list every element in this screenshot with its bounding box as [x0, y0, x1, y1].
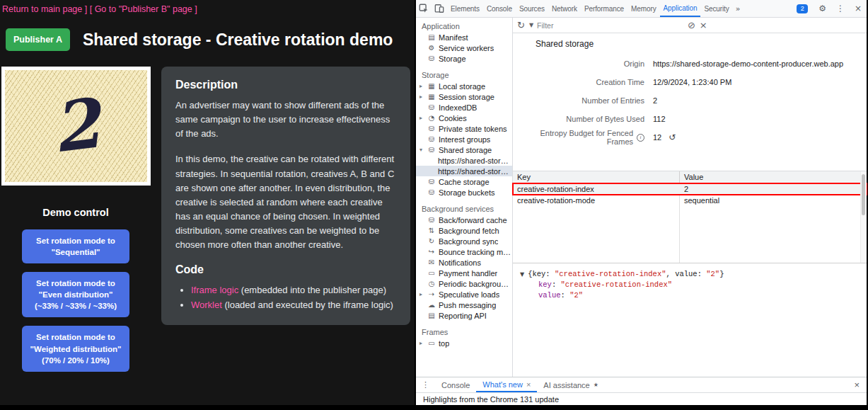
sidebar-item-storage-buckets[interactable]: ⛁Storage buckets: [416, 187, 512, 198]
page-title: Shared storage - Creative rotation demo: [83, 30, 393, 50]
sidebar-item-speculative-loads[interactable]: ▸⇢Speculative loads: [416, 289, 512, 300]
iframe-logic-link[interactable]: Iframe logic: [191, 285, 238, 295]
tab-console[interactable]: Console: [483, 0, 516, 17]
expand-arrow-icon[interactable]: ▸: [419, 83, 427, 89]
publisher-b-link[interactable]: Go to "Publisher B" page: [95, 4, 192, 14]
worklet-link[interactable]: Worklet: [191, 300, 222, 310]
bytes-value: 112: [653, 110, 867, 128]
sidebar-item-reporting-api[interactable]: ▤Reporting API: [416, 310, 512, 321]
preview-prop-key: key: "creative-rotation-index": [520, 280, 860, 290]
block-events-icon[interactable]: ⊘: [688, 20, 695, 30]
sidebar-item-back-forward-cache[interactable]: ⛁Back/forward cache: [416, 215, 512, 225]
sidebar-item-session-storage[interactable]: ▸▦Session storage: [416, 91, 512, 102]
devtools-window: Elements Console Sources Network Perform…: [415, 0, 867, 405]
close-tab-icon[interactable]: ×: [526, 380, 531, 389]
sidebar-item-frames-top[interactable]: ▸▭top: [416, 338, 512, 348]
collapse-arrow-icon[interactable]: ▾: [419, 147, 427, 153]
tab-application[interactable]: Application: [660, 0, 701, 17]
sidebar-item-notifications[interactable]: ✉Notifications: [416, 257, 512, 268]
sidebar-item-shared-storage-origin-2[interactable]: https://shared-storage…: [416, 166, 512, 176]
section-storage: Storage: [416, 69, 512, 81]
description-para-1: An advertiser may want to show different…: [175, 98, 396, 141]
return-main-link[interactable]: Return to main page: [2, 4, 82, 14]
database-icon: ⛁: [427, 146, 436, 154]
sidebar-item-interest-groups[interactable]: ⛁Interest groups: [416, 134, 512, 144]
entries-value: 2: [653, 91, 867, 110]
speed-arrow-icon: ⇢: [427, 290, 436, 298]
spark-icon: ★: [594, 382, 598, 388]
code-heading: Code: [175, 263, 396, 276]
scrollbar-thumb[interactable]: [862, 174, 865, 215]
sidebar-item-local-storage[interactable]: ▸▦Local storage: [416, 81, 512, 91]
info-icon[interactable]: i: [637, 134, 644, 142]
filter-input[interactable]: [537, 21, 664, 30]
close-devtools-icon[interactable]: ×: [850, 0, 867, 17]
table-row-creative-rotation-index[interactable]: creative-rotation-index 2: [513, 183, 867, 195]
sidebar-item-payment-handler[interactable]: ▭Payment handler: [416, 268, 512, 278]
clear-events-icon[interactable]: ×: [700, 20, 707, 30]
sidebar-item-shared-storage-origin-1[interactable]: https://shared-storage…: [416, 155, 512, 166]
sidebar-item-background-fetch[interactable]: ⇅Background fetch: [416, 225, 512, 236]
drawer-tab-console[interactable]: Console: [435, 377, 476, 392]
sidebar-item-cache-storage[interactable]: ⛁Cache storage: [416, 176, 512, 187]
issues-badge[interactable]: 2: [797, 4, 808, 13]
refresh-icon[interactable]: ↻: [517, 20, 525, 30]
entropy-label: Entropy Budget for Fenced Framesi: [513, 128, 644, 147]
tab-performance[interactable]: Performance: [581, 0, 627, 17]
tab-security[interactable]: Security: [700, 0, 732, 17]
collapse-caret-icon[interactable]: ▼: [520, 271, 524, 278]
sidebar-item-periodic-background-sync[interactable]: ◷Periodic backgroun…: [416, 278, 512, 289]
sidebar-item-cookies[interactable]: ▸◔Cookies: [416, 113, 512, 123]
sidebar-item-bounce-tracking[interactable]: ↪Bounce tracking miti…: [416, 246, 512, 257]
device-toolbar-icon[interactable]: [432, 0, 447, 17]
set-sequential-button[interactable]: Set rotation mode to "Sequential": [22, 229, 129, 263]
sidebar-item-push-messaging[interactable]: ☁Push messaging: [416, 300, 512, 310]
reset-budget-icon[interactable]: ↺: [669, 132, 676, 142]
tab-memory[interactable]: Memory: [627, 0, 660, 17]
drawer-tab-ai-assistance[interactable]: AI assistance★: [537, 377, 605, 392]
origin-label: Origin: [513, 55, 644, 73]
tab-elements[interactable]: Elements: [447, 0, 483, 17]
sidebar-item-private-state-tokens[interactable]: ⛁Private state tokens: [416, 123, 512, 134]
tab-sources[interactable]: Sources: [516, 0, 548, 17]
sidebar-item-shared-storage[interactable]: ▾⛁Shared storage: [416, 144, 512, 155]
origin-value: https://shared-storage-demo-content-prod…: [653, 55, 867, 73]
filter-funnel-icon: ▼: [529, 22, 533, 28]
shared-storage-panel: Shared storage Origin https://shared-sto…: [513, 33, 867, 377]
tab-network[interactable]: Network: [548, 0, 581, 17]
sidebar-item-storage[interactable]: ⛁Storage: [416, 53, 512, 64]
drawer-menu-icon[interactable]: ⋮: [416, 377, 435, 392]
table-scrollbar[interactable]: [860, 171, 867, 263]
sidebar-item-manifest[interactable]: ▤Manifest: [416, 32, 512, 42]
devtools-menu-icon[interactable]: ⋮: [831, 0, 850, 17]
settings-gear-icon[interactable]: ⚙: [814, 0, 831, 17]
sidebar-item-service-workers[interactable]: ⚙Service workers: [416, 42, 512, 53]
whats-new-content[interactable]: Highlights from the Chrome 131 update: [416, 392, 867, 405]
sidebar-item-background-sync[interactable]: ↻Background sync: [416, 236, 512, 246]
preview-prop-value: value: "2": [520, 290, 860, 301]
drawer-tab-whats-new[interactable]: What's new×: [476, 377, 537, 392]
expand-arrow-icon[interactable]: ▸: [419, 291, 427, 297]
panel-title: Shared storage: [536, 39, 867, 49]
creative-ad-frame[interactable]: 2: [1, 67, 151, 186]
value-column-header[interactable]: Value: [680, 171, 867, 183]
demo-control-heading: Demo control: [0, 207, 151, 218]
more-tabs-icon[interactable]: »: [733, 0, 743, 17]
file-icon: ▤: [427, 312, 436, 319]
metadata-view: Origin https://shared-storage-demo-conte…: [513, 55, 867, 147]
expand-arrow-icon[interactable]: ▸: [419, 340, 427, 346]
section-application: Application: [416, 21, 512, 32]
close-drawer-icon[interactable]: ×: [847, 377, 867, 392]
preview-summary-line[interactable]: ▼{key: "creative-rotation-index", value:…: [520, 269, 860, 280]
set-even-distribution-button[interactable]: Set rotation mode to "Even distribution"…: [22, 272, 129, 317]
table-row-creative-rotation-mode[interactable]: creative-rotation-mode sequential: [513, 195, 867, 206]
inspect-element-icon[interactable]: [416, 0, 432, 17]
expand-arrow-icon[interactable]: ▸: [419, 115, 427, 121]
devtools-tabbar: Elements Console Sources Network Perform…: [416, 0, 867, 18]
drawer-tabbar: ⋮ Console What's new× AI assistance★ ×: [416, 377, 867, 392]
key-column-header[interactable]: Key: [513, 171, 680, 183]
expand-arrow-icon[interactable]: ▸: [419, 93, 427, 100]
application-sidebar: Application ▤Manifest ⚙Service workers ⛁…: [416, 18, 513, 377]
sidebar-item-indexeddb[interactable]: ⛁IndexedDB: [416, 102, 512, 113]
set-weighted-distribution-button[interactable]: Set rotation mode to "Weighted distribut…: [22, 326, 129, 371]
